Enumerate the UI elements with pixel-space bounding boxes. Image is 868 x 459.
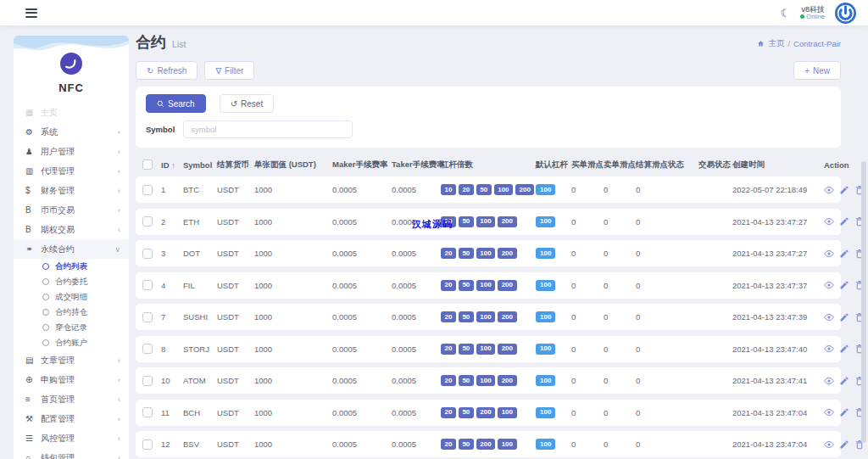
sidebar-subitem[interactable]: 合约委托 <box>14 274 129 289</box>
default-leverage-badge: 100 <box>536 375 555 386</box>
view-eye-icon[interactable] <box>824 216 834 227</box>
sidebar-item[interactable]: ⊕申购管理‹ <box>14 370 129 389</box>
row-checkbox[interactable] <box>142 376 153 386</box>
chevron-icon: ‹ <box>118 226 120 234</box>
sidebar-item[interactable]: ⚙系统‹ <box>14 122 129 142</box>
cell-currency: USDT <box>217 376 254 385</box>
cell-symbol: DOT <box>183 249 217 258</box>
row-checkbox[interactable] <box>142 312 153 322</box>
leverage-badge: 50 <box>459 407 474 418</box>
sidebar-item[interactable]: ☰风控管理‹ <box>14 428 129 448</box>
search-button[interactable]: Search <box>146 94 206 113</box>
search-icon <box>157 100 164 108</box>
cell-symbol: ATOM <box>183 376 217 385</box>
cell-id: 1 <box>161 185 183 194</box>
leverage-badge: 100 <box>498 407 516 418</box>
edit-pencil-icon[interactable] <box>839 185 849 195</box>
reset-button[interactable]: ↺Reset <box>220 94 275 113</box>
leverage-badges: 2050100200 <box>441 216 536 227</box>
chevron-icon: ‹ <box>118 128 120 137</box>
sidebar-item-label: 系统 <box>41 126 118 138</box>
radio-circle-icon <box>42 309 49 316</box>
hamburger-menu-icon[interactable] <box>25 6 37 20</box>
table-header: ID ↑ Symbol 结算货币 单张面值 (USDT) Maker手续费率 T… <box>136 153 841 176</box>
row-checkbox[interactable] <box>142 344 153 354</box>
view-eye-icon[interactable] <box>824 185 834 195</box>
leverage-badges: 2050100200 <box>441 344 536 355</box>
sidebar-subitem[interactable]: 成交明细 <box>14 289 129 305</box>
row-checkbox[interactable] <box>142 185 153 195</box>
sidebar-item[interactable]: ♟用户管理‹ <box>14 142 129 161</box>
sidebar-item[interactable]: ▥代理管理‹ <box>14 161 129 181</box>
sidebar-item[interactable]: ▦主页 <box>14 103 129 122</box>
reset-icon: ↺ <box>231 99 237 109</box>
sidebar-item[interactable]: ○钱包管理‹ <box>14 448 129 459</box>
view-eye-icon[interactable] <box>824 312 834 322</box>
edit-pencil-icon[interactable] <box>839 407 849 417</box>
sidebar-subitem[interactable]: 合约持仓 <box>14 305 129 320</box>
col-sell-slip: 卖单滑点 <box>604 160 636 171</box>
default-leverage-badge: 100 <box>536 407 555 418</box>
sidebar-item[interactable]: ⚭永续合约∨ <box>14 239 129 259</box>
row-checkbox[interactable] <box>142 439 153 450</box>
new-button[interactable]: +New <box>793 61 841 80</box>
view-eye-icon[interactable] <box>824 407 834 417</box>
sidebar-subitem-label: 合约列表 <box>55 261 87 272</box>
breadcrumb-home[interactable]: 主页 <box>768 38 784 49</box>
edit-pencil-icon[interactable] <box>839 439 849 450</box>
row-checkbox[interactable] <box>142 216 153 227</box>
col-id[interactable]: ID ↑ <box>161 160 183 170</box>
sidebar-item[interactable]: B币币交易‹ <box>14 200 129 220</box>
view-eye-icon[interactable] <box>824 376 834 386</box>
edit-pencil-icon[interactable] <box>839 216 849 227</box>
leverage-badge: 20 <box>441 344 456 355</box>
globe-plus-icon: ⊕ <box>25 375 41 384</box>
avatar[interactable] <box>835 3 856 24</box>
breadcrumb-current: Contract-Pair <box>793 39 841 48</box>
symbol-input[interactable] <box>183 120 353 138</box>
edit-pencil-icon[interactable] <box>839 376 849 386</box>
vertical-scrollbar-thumb[interactable] <box>861 161 866 443</box>
view-eye-icon[interactable] <box>824 249 834 259</box>
cell-maker: 0.0005 <box>332 439 392 449</box>
sidebar-item-label: 期权交易 <box>41 224 118 236</box>
cell-sell-slip: 0 <box>604 376 636 385</box>
edit-pencil-icon[interactable] <box>839 249 849 259</box>
dark-mode-moon-icon[interactable]: ☾ <box>781 7 791 20</box>
leverage-badge: 50 <box>459 375 474 386</box>
chevron-icon: ‹ <box>118 434 120 443</box>
refresh-button[interactable]: ↻Refresh <box>136 61 198 80</box>
sidebar-subitem[interactable]: 合约列表 <box>14 259 129 274</box>
cell-buy-slip: 0 <box>571 439 604 449</box>
edit-pencil-icon[interactable] <box>839 344 849 354</box>
cell-created: 2021-04-13 23:47:39 <box>732 312 824 322</box>
view-eye-icon[interactable] <box>824 439 834 450</box>
sidebar-item[interactable]: ▤文章管理‹ <box>14 350 129 370</box>
sidebar-item[interactable]: $财务管理‹ <box>14 181 129 200</box>
view-eye-icon[interactable] <box>824 344 834 354</box>
col-leverage: 杠杆倍数 <box>441 160 536 171</box>
sidebar-item[interactable]: ⚒配置管理‹ <box>14 409 129 428</box>
sidebar-subitem[interactable]: 穿仓记录 <box>14 320 129 335</box>
view-eye-icon[interactable] <box>824 280 834 290</box>
row-checkbox[interactable] <box>142 249 153 259</box>
select-all-checkbox[interactable] <box>142 160 153 170</box>
radio-circle-icon <box>42 324 49 331</box>
chevron-icon: ‹ <box>118 415 120 423</box>
menu-lines-icon: ≡ <box>25 395 41 404</box>
sidebar-item[interactable]: B期权交易‹ <box>14 220 129 239</box>
sidebar-item[interactable]: ≡首页管理‹ <box>14 389 129 409</box>
row-checkbox[interactable] <box>142 407 153 417</box>
chevron-icon: ‹ <box>118 206 120 215</box>
col-buy-slip: 买单滑点 <box>571 160 604 171</box>
filter-button[interactable]: ∇Filter <box>204 61 254 80</box>
row-actions <box>824 312 866 322</box>
edit-pencil-icon[interactable] <box>839 312 849 322</box>
sidebar-subitem[interactable]: 合约账户 <box>14 335 129 350</box>
cell-face: 1000 <box>254 312 332 322</box>
edit-pencil-icon[interactable] <box>839 280 849 290</box>
cell-created: 2021-04-13 23:47:40 <box>732 344 824 354</box>
leverage-badge: 200 <box>498 280 516 291</box>
cell-buy-slip: 0 <box>571 376 604 385</box>
row-checkbox[interactable] <box>142 280 153 290</box>
